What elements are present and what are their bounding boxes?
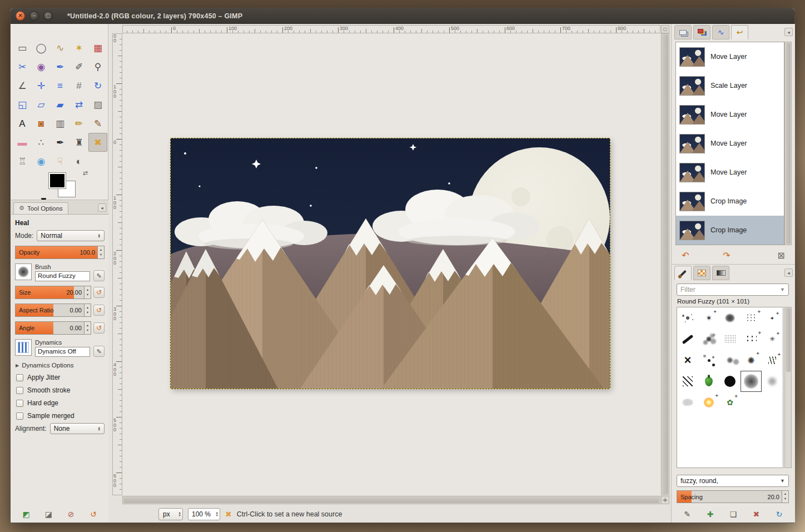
canvas-image[interactable]: [171, 138, 610, 389]
opacity-slider[interactable]: Opacity 100.0 ▲▼: [15, 246, 105, 259]
close-button[interactable]: ✕: [16, 11, 25, 21]
fuzzy-pair-brush[interactable]: [719, 350, 741, 371]
maximize-button[interactable]: ▢: [43, 11, 53, 21]
new-brush-button[interactable]: ✚: [703, 508, 718, 521]
undo-history-row[interactable]: Scale Layer: [676, 71, 784, 100]
redo-button[interactable]: ↷: [719, 248, 734, 262]
checkbox-row[interactable]: Apply Jitter: [16, 374, 103, 381]
dynamics-options-expander[interactable]: ▶ Dynamics Options: [16, 362, 104, 369]
delete-tool-options-button[interactable]: ⊘: [64, 508, 78, 521]
checkbox-unchecked[interactable]: [16, 400, 23, 407]
horizontal-ruler[interactable]: 0100200300400500600700800: [122, 25, 660, 33]
perspective-tool[interactable]: ▰: [51, 95, 69, 114]
foreground-select-tool[interactable]: ◉: [32, 57, 51, 76]
brush-grid-scrollbar[interactable]: [784, 307, 792, 468]
angle-slider[interactable]: Angle 0.00 ▲▼: [15, 321, 91, 335]
blend-tool[interactable]: ▥: [51, 114, 69, 133]
alignment-select[interactable]: None ▲▼: [50, 423, 105, 434]
perspective-clone-tool[interactable]: ♖: [13, 152, 32, 171]
rectangle-select-tool[interactable]: ▭: [13, 38, 32, 57]
reset-tool-options-button[interactable]: ↺: [86, 508, 101, 521]
minimize-button[interactable]: –: [29, 11, 39, 21]
text-tool[interactable]: A: [13, 114, 32, 133]
checkbox-unchecked[interactable]: [16, 387, 23, 394]
paths-tab[interactable]: ∿: [712, 25, 729, 39]
foreground-color-swatch[interactable]: [49, 173, 66, 188]
crop-tool[interactable]: #: [69, 76, 88, 95]
save-tool-options-button[interactable]: ◩: [19, 508, 33, 521]
reset-angle-button[interactable]: ↺: [93, 322, 105, 334]
scale-tool[interactable]: ◱: [13, 95, 32, 114]
dots-line-brush[interactable]: [698, 350, 719, 371]
reset-aspect-ratio-button[interactable]: ↺: [93, 305, 105, 316]
undo-history-row[interactable]: Move Layer: [676, 42, 784, 71]
paintbrush-tool[interactable]: ✎: [88, 114, 107, 133]
rotate-tool[interactable]: ↻: [88, 76, 107, 95]
speckle-brush[interactable]: [741, 307, 762, 329]
reset-size-button[interactable]: ↺: [93, 287, 105, 298]
tab-tool-options[interactable]: ⚙ Tool Options: [13, 202, 68, 214]
delete-brush-button[interactable]: ✖: [749, 508, 763, 521]
dodge-burn-tool[interactable]: ◐: [69, 152, 88, 171]
paths-tool[interactable]: ✒: [51, 57, 69, 76]
undo-history-tab[interactable]: ↩: [731, 25, 748, 39]
clear-history-button[interactable]: ⊠: [774, 248, 788, 262]
cage-transform-tool[interactable]: ▨: [88, 95, 107, 114]
smoke-brush[interactable]: [762, 371, 783, 392]
spinner-icon[interactable]: ▲▼: [97, 246, 104, 258]
patterns-tab[interactable]: [693, 266, 710, 280]
color-picker-tool[interactable]: ✐: [69, 57, 88, 76]
noise-brush[interactable]: [719, 329, 741, 350]
pepper-brush[interactable]: [698, 371, 719, 392]
smudge-brush[interactable]: [677, 392, 698, 413]
aspect-ratio-slider[interactable]: Aspect Ratio 0.00 ▲▼: [15, 304, 91, 317]
calligraphy-brush[interactable]: [677, 329, 698, 350]
checkbox-unchecked[interactable]: [16, 412, 23, 420]
ellipse-select-tool[interactable]: ◯: [32, 38, 51, 57]
splat-brush[interactable]: ✺: [741, 350, 762, 371]
channels-tab[interactable]: [693, 25, 710, 39]
airbrush-tool[interactable]: ∴: [32, 133, 51, 152]
pan-navigation-button[interactable]: ✛: [661, 496, 669, 504]
vine-brush[interactable]: ✿: [719, 392, 741, 413]
brush-filter-input[interactable]: Filter ▼: [677, 284, 789, 296]
checkbox-unchecked[interactable]: [16, 374, 23, 381]
spacing-slider[interactable]: Spacing 20.0 ▲▼: [677, 490, 789, 503]
ruler-corner-button[interactable]: ▢: [661, 25, 669, 33]
gradients-tab[interactable]: [712, 266, 729, 280]
zoom-tool[interactable]: ⚲: [88, 57, 107, 76]
splatter-brush[interactable]: [677, 307, 698, 329]
sparks-brush[interactable]: ✶: [698, 307, 719, 329]
edit-dynamics-button[interactable]: ✎: [93, 346, 105, 357]
undo-button[interactable]: ↶: [678, 248, 693, 262]
shear-tool[interactable]: ▱: [32, 95, 51, 114]
undo-history-row[interactable]: Crop Image: [676, 216, 784, 245]
edit-brush-button[interactable]: ✎: [93, 270, 105, 281]
dock-menu-button[interactable]: ◂: [784, 28, 793, 36]
measure-tool[interactable]: ∠: [13, 76, 32, 95]
undo-history-row[interactable]: Move Layer: [676, 100, 784, 129]
mode-select[interactable]: Normal ▲▼: [37, 230, 105, 241]
align-tool[interactable]: ≡: [51, 76, 69, 95]
ink-tool[interactable]: ✒: [51, 133, 69, 152]
free-select-tool[interactable]: ∿: [51, 38, 69, 57]
brush-preview[interactable]: [15, 263, 32, 280]
dock-menu-button[interactable]: ◂: [784, 269, 793, 277]
edit-brush-button[interactable]: ✎: [680, 508, 694, 521]
move-tool[interactable]: ✛: [32, 76, 51, 95]
smudge-tool[interactable]: ☟: [51, 152, 69, 171]
eraser-tool[interactable]: ▬: [13, 133, 32, 152]
size-slider[interactable]: Size 20.00 ▲▼: [15, 286, 91, 299]
select-by-color-tool[interactable]: ▦: [88, 38, 107, 57]
titlebar[interactable]: ✕ – ▢ *Untitled-2.0 (RGB colour, 2 layer…: [11, 8, 794, 24]
dynamics-name-field[interactable]: Dynamics Off: [35, 347, 90, 357]
spinner-icon[interactable]: ▲▼: [782, 491, 788, 503]
horizontal-scrollbar[interactable]: [122, 496, 660, 504]
x-cross-brush[interactable]: ×: [677, 350, 698, 371]
pencil-tool[interactable]: ✏: [69, 114, 88, 133]
heal-tool[interactable]: ✖: [88, 133, 107, 152]
bucket-fill-tool[interactable]: ◙: [32, 114, 51, 133]
checkbox-row[interactable]: Sample merged: [16, 412, 103, 420]
refresh-brushes-button[interactable]: ↻: [772, 508, 787, 521]
undo-history-row[interactable]: Move Layer: [676, 129, 784, 158]
